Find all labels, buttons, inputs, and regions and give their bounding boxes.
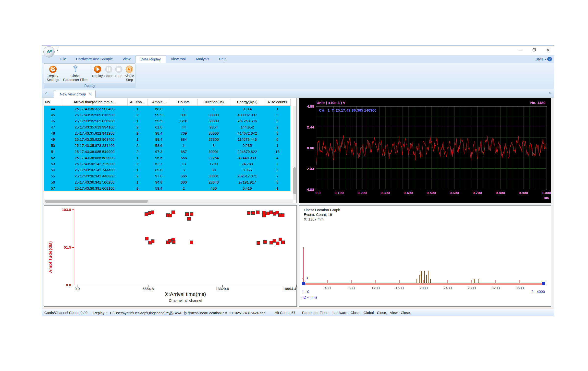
location-tick-label: 2000: [419, 286, 428, 290]
table-cell: 901: [170, 112, 197, 118]
tab-scroll-right-icon[interactable]: ▷: [549, 91, 551, 95]
table-cell: 27805: [197, 136, 230, 142]
table-cell: 25:17:43:35:323 900400: [62, 106, 127, 112]
column-header[interactable]: Rise counts: [265, 98, 290, 106]
ribbon: ReplaySettingsGlobalParameter FilterRepl…: [42, 63, 554, 89]
waveform-channel-label: CH: 1 T: 25:17:43:36:365 140300: [319, 108, 376, 112]
column-header[interactable]: Counts: [170, 98, 197, 106]
single-step-button[interactable]: SingleStep: [123, 65, 135, 82]
table-cell: 47: [44, 124, 62, 130]
scatter-point: [273, 239, 276, 243]
column-header[interactable]: AE cha...: [127, 98, 147, 106]
app-logo-icon[interactable]: AE: [43, 46, 55, 58]
table-row[interactable]: 4525:17:43:35:569 816500299.990130000400…: [44, 112, 290, 118]
filter-icon: [71, 65, 80, 73]
table-vertical-scrollbar[interactable]: [293, 106, 296, 200]
table-cell: 49: [44, 136, 62, 142]
ribbon-tab-help[interactable]: Help: [214, 55, 232, 63]
table-cell: 58.8: [147, 106, 170, 112]
column-header[interactable]: Amplit...: [147, 98, 170, 106]
waveform-plot-frame: [316, 106, 547, 190]
table-cell: 23640: [197, 179, 230, 185]
table-row[interactable]: 5425:17:43:36:142 744400165.05603.9663: [44, 167, 290, 173]
table-cell: 44: [44, 106, 62, 112]
restore-button[interactable]: [530, 47, 538, 53]
table-cell: 25:17:43:36:341 448800: [62, 173, 127, 179]
pause-button[interactable]: Pause: [103, 65, 114, 78]
table-cell: 30001: [197, 149, 230, 155]
waveform-x-tick-label: 0.200: [357, 191, 367, 195]
table-row[interactable]: 5625:17:43:36:341 500200194.868023640271…: [44, 179, 290, 185]
tab-close-icon[interactable]: ✕: [89, 92, 92, 96]
table-cell: 53: [44, 161, 62, 167]
table-cell: 207243.646: [230, 118, 265, 124]
location-tick-label: 400: [324, 286, 331, 290]
style-caret-icon[interactable]: ▾: [545, 58, 546, 60]
ribbon-tab-data-replay[interactable]: Data Replay: [135, 55, 166, 63]
scatter-channel-note: Channel: all channel: [74, 298, 297, 302]
scatter-point: [279, 238, 282, 241]
amplitude-scatter-panel[interactable]: Amplitude(dB) 103.051.50.0 0.06664.81332…: [44, 205, 297, 307]
ribbon-tab-row: FileHardware And SampleViewData ReplayVi…: [42, 55, 554, 63]
close-button[interactable]: [544, 47, 551, 53]
table-cell: 1: [265, 185, 290, 191]
ribbon-tab-view-tool[interactable]: View tool: [166, 55, 191, 63]
column-header[interactable]: No: [44, 98, 62, 106]
column-header[interactable]: Arrival time(dd:hh:mm:s...: [62, 98, 127, 106]
ribbon-tab-analysis[interactable]: Analysis: [191, 55, 214, 63]
table-row[interactable]: 5325:17:43:36:142 725300262.713179024.78…: [44, 161, 290, 167]
scatter-point: [281, 241, 284, 244]
scatter-y-tick-label: 0.0: [56, 283, 71, 287]
location-sensor-1-marker[interactable]: [302, 282, 305, 285]
global-parameter-filter-button[interactable]: GlobalParameter Filter: [62, 65, 89, 82]
quick-access-caret-icon[interactable]: ▔▾: [57, 47, 59, 51]
table-cell: 59.4: [147, 185, 170, 191]
ribbon-tab-file[interactable]: File: [55, 55, 71, 63]
table-row[interactable]: 4925:17:43:35:822 963400199.488427805114…: [44, 136, 290, 142]
table-row[interactable]: 5225:17:43:36:085 589900195.666622764424…: [44, 155, 290, 161]
table-row[interactable]: 5525:17:43:36:341 448800297.666630001252…: [44, 173, 290, 179]
table-cell: 45: [44, 112, 62, 118]
table-cell: 25:17:43:35:569 830200: [62, 118, 127, 124]
replay-settings-button[interactable]: ReplaySettings: [44, 65, 62, 82]
table-cell: 42448.039: [230, 155, 265, 161]
table-row[interactable]: 5025:17:43:35:873 231400258.6130.2351: [44, 142, 290, 149]
waveform-x-tick-label: 0.400: [404, 191, 413, 195]
stop-button[interactable]: Stop: [114, 65, 123, 78]
help-icon[interactable]: ?: [547, 57, 552, 61]
column-header[interactable]: Duration(us): [197, 98, 230, 106]
table-row[interactable]: 4825:17:43:35:822 941200298.476930000414…: [44, 130, 290, 136]
scatter-point: [190, 212, 193, 216]
location-sensor-2-marker[interactable]: [542, 282, 545, 285]
column-header[interactable]: Energy(KpJ): [230, 98, 265, 106]
table-cell: 5.410: [230, 185, 265, 191]
table-row[interactable]: 4625:17:43:35:569 830200199.912813000020…: [44, 118, 290, 124]
tab-scroll-left-icon[interactable]: ◁: [45, 91, 47, 95]
table-row[interactable]: 5125:17:43:36:085 549900297.368730001224…: [44, 149, 290, 155]
scatter-y-axis-label: Amplitude(dB): [48, 237, 53, 277]
table-vertical-scrollbar-thumb[interactable]: [293, 167, 296, 194]
minimize-button[interactable]: [517, 47, 524, 53]
table-cell: 27191.917: [230, 179, 265, 185]
style-button[interactable]: Style: [536, 57, 544, 61]
table-horizontal-scrollbar-thumb[interactable]: [45, 200, 148, 203]
tab-new-view-group[interactable]: New view group ✕: [54, 90, 96, 98]
table-row[interactable]: 4725:17:43:35:619 994100261.6449354144.9…: [44, 124, 290, 130]
replay-button[interactable]: Replay: [91, 65, 103, 78]
table-row[interactable]: 5725:17:43:36:391 668100259.424505.4101: [44, 185, 290, 191]
table-cell: 2: [265, 124, 290, 130]
location-tick-label: 3200: [491, 286, 500, 290]
table-cell: 25:17:43:35:569 816500: [62, 112, 127, 118]
table-cell: 55: [44, 173, 62, 179]
table-cell: 3: [265, 167, 290, 173]
waveform-panel[interactable]: Unit: ( x10e-3 ) V No. 1480 CH: 1 T: 25:…: [299, 98, 551, 203]
linear-location-panel[interactable]: Linear Location Graph Events Count: 19 X…: [299, 205, 551, 307]
ribbon-tab-view[interactable]: View: [118, 55, 135, 63]
ribbon-tab-hardware-and-sample[interactable]: Hardware And Sample: [71, 55, 118, 63]
table-cell: 1: [127, 167, 147, 173]
table-cell: 3: [197, 142, 230, 149]
table-row[interactable]: 4425:17:43:35:323 900400158.8120.1141: [44, 106, 290, 112]
table-horizontal-scrollbar[interactable]: [44, 199, 293, 203]
table-cell: 46: [44, 118, 62, 124]
table-cell: 51: [44, 149, 62, 155]
